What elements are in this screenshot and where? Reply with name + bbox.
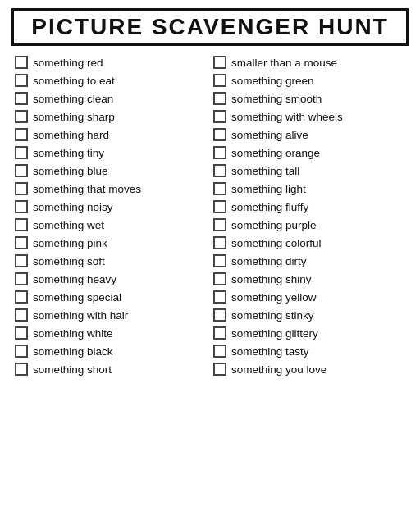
item-label: something dirty (231, 255, 307, 267)
checkbox[interactable] (213, 218, 226, 231)
checkbox[interactable] (213, 128, 226, 141)
checkbox[interactable] (213, 146, 226, 159)
item-label: something colorful (231, 237, 322, 249)
item-label: something white (33, 327, 113, 340)
item-label: something tiny (33, 147, 104, 159)
page-title: PICTURE SCAVENGER HUNT (11, 8, 409, 46)
item-label: something heavy (33, 273, 116, 285)
list-item: something green (210, 72, 409, 89)
column-0: something redsomething to eatsomething c… (11, 54, 210, 377)
list-item: something heavy (11, 271, 210, 287)
item-label: something clean (33, 93, 113, 105)
item-label: something tall (231, 165, 299, 177)
list-item: something black (11, 343, 210, 359)
checkbox[interactable] (15, 326, 28, 340)
list-item: something noisy (11, 199, 210, 215)
item-label: something to eat (33, 75, 115, 87)
checkbox[interactable] (15, 74, 28, 87)
item-label: something wet (33, 219, 104, 231)
item-label: something light (231, 183, 306, 195)
checkbox[interactable] (15, 272, 28, 285)
list-item: something with hair (11, 307, 210, 323)
list-item: something light (210, 180, 409, 197)
checkbox[interactable] (213, 74, 226, 87)
item-label: something sharp (33, 111, 115, 123)
checkbox[interactable] (15, 146, 28, 159)
checkbox[interactable] (15, 290, 28, 304)
item-label: something purple (231, 219, 317, 231)
item-label: something hard (33, 129, 109, 141)
list-item: something tiny (11, 144, 210, 161)
checkbox[interactable] (213, 345, 226, 358)
item-label: something black (33, 345, 113, 358)
checkbox[interactable] (15, 164, 28, 177)
list-item: something orange (210, 144, 409, 161)
list-item: something red (11, 54, 210, 71)
list-item: something soft (11, 253, 210, 269)
checkbox[interactable] (213, 164, 226, 177)
checkbox[interactable] (213, 92, 226, 105)
item-label: something red (33, 57, 103, 69)
checkbox[interactable] (15, 92, 28, 105)
item-label: something tasty (231, 345, 309, 358)
list-item: something purple (210, 217, 409, 233)
item-label: something orange (231, 147, 320, 159)
list-item: something yellow (210, 289, 409, 305)
list-item: something you love (210, 361, 409, 377)
checkbox[interactable] (15, 200, 28, 213)
item-label: something blue (33, 165, 108, 177)
checkbox[interactable] (15, 363, 28, 376)
item-label: something soft (33, 255, 105, 267)
list-item: something fluffy (210, 199, 409, 215)
checkbox[interactable] (15, 308, 28, 322)
list-item: something sharp (11, 108, 210, 125)
checkbox[interactable] (15, 236, 28, 249)
checkbox[interactable] (15, 182, 28, 195)
list-item: something tasty (210, 343, 409, 359)
item-label: something special (33, 291, 121, 304)
list-item: something colorful (210, 235, 409, 251)
checkbox[interactable] (213, 326, 226, 340)
list-item: something that moves (11, 180, 210, 197)
checkbox[interactable] (213, 308, 226, 322)
list-item: something blue (11, 162, 210, 179)
checkbox[interactable] (213, 110, 226, 123)
item-label: something shiny (231, 273, 312, 285)
checkbox[interactable] (213, 272, 226, 285)
checkbox[interactable] (15, 110, 28, 123)
list-item: something clean (11, 90, 210, 107)
list-item: something wet (11, 217, 210, 233)
list-item: something shiny (210, 271, 409, 287)
checkbox[interactable] (15, 254, 28, 267)
checkbox[interactable] (213, 236, 226, 249)
list-item: something pink (11, 235, 210, 251)
checkbox[interactable] (15, 345, 28, 358)
item-label: smaller than a mouse (231, 57, 337, 69)
list-item: something tall (210, 162, 409, 179)
checkbox[interactable] (213, 290, 226, 304)
checkbox[interactable] (15, 218, 28, 231)
checkbox[interactable] (213, 254, 226, 267)
scavenger-list: something redsomething to eatsomething c… (11, 54, 409, 377)
list-item: smaller than a mouse (210, 54, 409, 71)
list-item: something with wheels (210, 108, 409, 125)
item-label: something fluffy (231, 201, 308, 213)
item-label: something yellow (231, 291, 317, 304)
list-item: something stinky (210, 307, 409, 323)
list-item: something hard (11, 126, 210, 143)
checkbox[interactable] (213, 56, 226, 69)
item-label: something noisy (33, 201, 113, 213)
item-label: something with hair (33, 309, 128, 322)
checkbox[interactable] (15, 128, 28, 141)
checkbox[interactable] (15, 56, 28, 69)
item-label: something you love (231, 363, 326, 376)
column-1: smaller than a mousesomething greensomet… (210, 54, 409, 377)
checkbox[interactable] (213, 200, 226, 213)
item-label: something that moves (33, 183, 141, 195)
list-item: something glittery (210, 325, 409, 341)
checkbox[interactable] (213, 182, 226, 195)
list-item: something to eat (11, 72, 210, 89)
list-item: something alive (210, 126, 409, 143)
item-label: something stinky (231, 309, 314, 322)
checkbox[interactable] (213, 363, 226, 376)
